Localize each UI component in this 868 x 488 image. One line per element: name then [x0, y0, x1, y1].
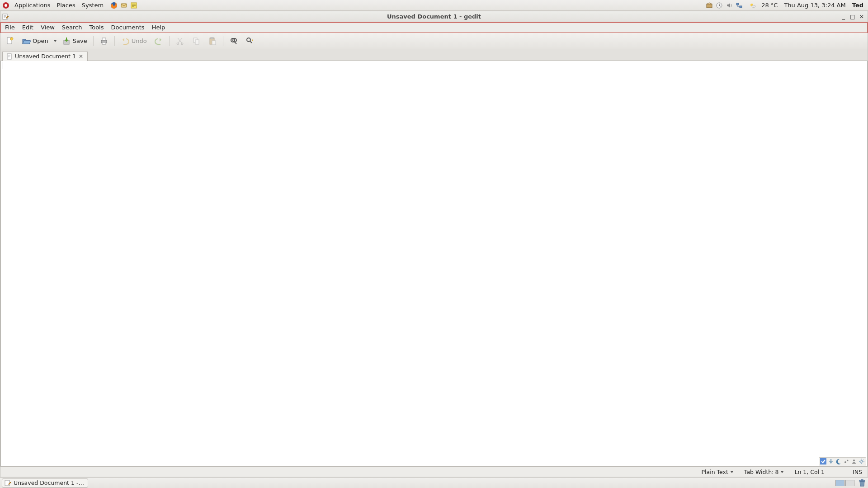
svg-point-33: [861, 460, 863, 462]
find-replace-button[interactable]: [242, 35, 258, 47]
open-label: Open: [33, 38, 48, 44]
insert-mode[interactable]: INS: [853, 469, 862, 475]
separator: [93, 36, 94, 46]
find-button[interactable]: [226, 35, 241, 47]
undo-button: Undo: [118, 35, 150, 47]
menu-system[interactable]: System: [79, 1, 106, 9]
tab-width-selector[interactable]: Tab Width: 8: [744, 469, 785, 475]
save-label: Save: [73, 38, 87, 44]
document-tab[interactable]: Unsaved Document 1 ✕: [2, 51, 88, 61]
notes-icon[interactable]: [130, 1, 138, 9]
menu-file[interactable]: File: [1, 22, 19, 33]
clock-text[interactable]: Thu Aug 13, 3:24 AM: [781, 1, 848, 9]
mini-person-icon[interactable]: [851, 458, 857, 465]
svg-rect-36: [861, 479, 863, 480]
distro-logo-icon[interactable]: [2, 1, 10, 9]
workspace-1[interactable]: [835, 480, 844, 486]
open-button[interactable]: Open: [19, 35, 52, 47]
separator: [223, 36, 223, 46]
svg-point-30: [844, 461, 846, 463]
tab-bar: Unsaved Document 1 ✕: [0, 49, 868, 61]
chevron-down-icon: [730, 470, 734, 474]
redo-button: [151, 35, 166, 47]
print-icon: [99, 37, 108, 46]
menu-applications[interactable]: Applications: [12, 1, 53, 9]
menu-documents[interactable]: Documents: [108, 22, 148, 33]
svg-rect-24: [212, 41, 216, 45]
cut-icon: [175, 37, 184, 46]
workspace-pager[interactable]: [835, 480, 854, 486]
svg-rect-23: [211, 38, 213, 39]
package-update-icon[interactable]: [705, 1, 713, 9]
toolbar: Open Save Undo: [0, 33, 868, 49]
titlebar[interactable]: Unsaved Document 1 - gedit _ □ ✕: [0, 11, 868, 22]
menu-help[interactable]: Help: [148, 22, 169, 33]
save-icon: [62, 37, 71, 46]
menubar: File Edit View Search Tools Documents He…: [0, 22, 868, 33]
close-button[interactable]: ✕: [859, 14, 865, 20]
menu-tools[interactable]: Tools: [85, 22, 107, 33]
svg-point-32: [853, 460, 855, 461]
volume-icon[interactable]: [725, 1, 733, 9]
email-icon[interactable]: [120, 1, 128, 9]
gedit-app-icon: [2, 13, 9, 20]
menu-view[interactable]: View: [37, 22, 58, 33]
workspace-2[interactable]: [845, 480, 854, 486]
mini-dot-icon[interactable]: [843, 458, 849, 465]
weather-temp[interactable]: 28 °C: [759, 1, 780, 9]
svg-rect-29: [820, 458, 826, 465]
tab-label: Unsaved Document 1: [15, 53, 76, 60]
text-editor[interactable]: [0, 61, 868, 467]
svg-rect-21: [195, 40, 199, 44]
syntax-mode-selector[interactable]: Plain Text: [702, 469, 734, 475]
open-dropdown[interactable]: [52, 39, 58, 43]
undo-label: Undo: [132, 38, 147, 44]
paste-icon: [208, 37, 217, 46]
gnome-panel-top: Applications Places System 28 °C Thu Au: [0, 0, 868, 11]
separator: [114, 36, 115, 46]
weather-icon: [749, 1, 757, 9]
mini-check-icon[interactable]: [820, 458, 826, 465]
network-icon[interactable]: [735, 1, 743, 9]
svg-point-10: [752, 5, 755, 7]
mini-chinese-icon[interactable]: [828, 458, 834, 465]
print-button[interactable]: [96, 35, 112, 47]
taskbar-entry-gedit[interactable]: Unsaved Document 1 -…: [2, 479, 88, 488]
save-button[interactable]: Save: [59, 35, 90, 47]
svg-rect-16: [102, 38, 106, 40]
svg-point-1: [5, 4, 7, 7]
maximize-button[interactable]: □: [849, 14, 856, 20]
trash-icon[interactable]: [858, 479, 866, 487]
copy-icon: [192, 37, 201, 46]
mini-gear-icon[interactable]: [859, 458, 865, 465]
menu-search[interactable]: Search: [58, 22, 86, 33]
user-menu[interactable]: Ted: [849, 1, 866, 9]
text-cursor: [3, 62, 3, 69]
new-button[interactable]: [2, 35, 18, 47]
gnome-panel-bottom: Unsaved Document 1 -…: [0, 477, 868, 488]
undo-icon: [121, 37, 130, 46]
svg-rect-5: [707, 4, 712, 8]
svg-rect-7: [736, 3, 739, 5]
redo-icon: [154, 37, 163, 46]
mini-moon-icon[interactable]: [835, 458, 842, 465]
window-title: Unsaved Document 1 - gedit: [387, 13, 481, 20]
taskbar-entry-label: Unsaved Document 1 -…: [14, 479, 84, 486]
gedit-window: Unsaved Document 1 - gedit _ □ ✕ File Ed…: [0, 11, 868, 477]
tab-close-button[interactable]: ✕: [78, 54, 84, 59]
cut-button: [172, 35, 188, 47]
menu-places[interactable]: Places: [54, 1, 78, 9]
minimize-button[interactable]: _: [840, 14, 847, 20]
gedit-app-icon: [4, 479, 11, 487]
svg-rect-34: [5, 480, 9, 486]
clock-icon[interactable]: [715, 1, 723, 9]
firefox-icon[interactable]: [110, 1, 118, 9]
menu-edit[interactable]: Edit: [19, 22, 37, 33]
cursor-position: Ln 1, Col 1: [794, 469, 825, 475]
chevron-down-icon: [780, 470, 784, 474]
new-file-icon: [5, 37, 14, 46]
svg-rect-17: [102, 42, 106, 44]
paste-button: [205, 35, 220, 47]
svg-point-31: [847, 460, 849, 461]
copy-button: [189, 35, 204, 47]
